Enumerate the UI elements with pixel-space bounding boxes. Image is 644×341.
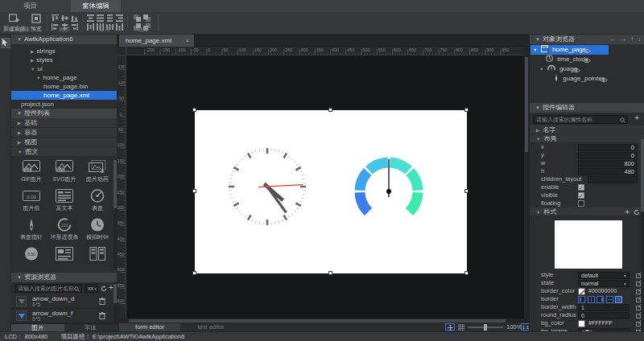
border-color-swatch[interactable] <box>578 288 585 295</box>
widget-rich-text[interactable]: 富文本 <box>47 189 81 212</box>
add-resource-button[interactable]: + <box>109 283 114 292</box>
send-back-icon[interactable] <box>143 14 151 22</box>
prop-y-input[interactable]: 0 <box>578 152 638 159</box>
distribute-v3-icon[interactable] <box>106 14 114 22</box>
resize-handle[interactable] <box>192 271 196 275</box>
prop-children-layout-input[interactable] <box>588 176 638 183</box>
section-layout[interactable]: ▼布局 <box>530 134 644 143</box>
distribute-v2-icon[interactable] <box>97 14 104 22</box>
resize-handle[interactable] <box>328 271 332 275</box>
zoom-slider-thumb[interactable] <box>484 324 487 331</box>
object-node-time-clock[interactable]: time_clock <box>530 55 644 64</box>
resource-item-arrow-down-f[interactable]: arrow_down_f 6*5 <box>11 309 117 323</box>
bring-front-icon[interactable] <box>134 14 141 22</box>
tree-item-home-page[interactable]: ▼home_page <box>11 73 117 82</box>
select-tool-button[interactable] <box>1 38 10 48</box>
resource-search-input[interactable]: 请输入搜索的图片名称 <box>14 284 82 293</box>
align-vcenter-icon[interactable] <box>61 14 68 22</box>
widget-editor-header[interactable]: ▼控件编辑器 <box>530 103 644 113</box>
widget-progress-circle[interactable]: 123 环形进度条 <box>47 218 81 241</box>
menu-tab-form-edit[interactable]: 窗体编辑 <box>71 0 121 12</box>
style-select[interactable]: default▼ <box>578 272 630 279</box>
border-all-toggle[interactable] <box>615 296 622 303</box>
border-right-toggle[interactable] <box>597 296 604 303</box>
nav-left-icon[interactable]: ← <box>609 35 616 43</box>
resize-handle[interactable] <box>192 108 196 112</box>
object-node-guage-pointer[interactable]: guage_pointer <box>530 74 644 84</box>
widget-digital-clock[interactable]: 8:30 <box>14 247 48 261</box>
add-style-button[interactable]: + <box>625 207 630 216</box>
resize-handle[interactable] <box>464 108 469 112</box>
resource-filter-select[interactable]: xx▾ <box>85 284 98 293</box>
widget-analog-clock[interactable]: 模拟时钟 <box>80 218 114 241</box>
nav-right-icon[interactable]: → <box>620 35 626 43</box>
visible-checkbox[interactable]: ✓ <box>578 192 584 199</box>
tab-text-editor[interactable]: text editor <box>180 323 242 331</box>
resize-handle[interactable] <box>328 108 332 112</box>
eye-icon[interactable] <box>572 68 580 73</box>
widget-gif-image[interactable]: GIF GIF图片 <box>14 160 48 183</box>
resize-handle[interactable] <box>192 189 196 193</box>
category-image-text[interactable]: ▼图文 <box>11 147 117 157</box>
distribute-v4-icon[interactable] <box>116 14 123 22</box>
add-property-button[interactable]: + <box>634 113 639 122</box>
widget-svg-image[interactable]: SVG SVG图片 <box>47 160 81 183</box>
gauge-widget[interactable] <box>345 147 433 236</box>
tree-item-home-page-xml[interactable]: home_page.xml <box>11 91 117 100</box>
document-tab-home-page-xml[interactable]: home_page.xml× <box>119 35 194 47</box>
tree-item-home-page-bin[interactable]: home_page.bin <box>11 82 117 91</box>
prop-w-input[interactable]: 800 <box>578 160 638 167</box>
widget-image-animation[interactable]: 图片动画 <box>80 160 114 183</box>
object-node-home-page[interactable]: ▼ home_page <box>530 45 644 55</box>
move-tool-icon[interactable] <box>445 323 455 331</box>
widget-list-view[interactable] <box>80 247 114 261</box>
widget-image-value[interactable]: 0.00 图片值 <box>14 189 48 212</box>
tree-item-project-json[interactable]: project.json <box>11 100 117 109</box>
nav-down-icon[interactable]: ↓ <box>638 35 641 43</box>
border-width-input[interactable]: 1 <box>578 304 630 311</box>
refresh-icon[interactable] <box>634 209 640 216</box>
object-node-guage[interactable]: ▼ guage <box>530 64 644 74</box>
category-view[interactable]: ▶视图 <box>11 138 117 147</box>
distribute-v1-icon[interactable] <box>87 14 94 22</box>
eye-icon[interactable] <box>583 48 591 54</box>
prop-h-input[interactable]: 480 <box>578 168 638 175</box>
close-icon[interactable]: × <box>185 35 189 47</box>
delete-icon[interactable] <box>99 298 105 305</box>
border-horizontal-toggle[interactable] <box>606 296 613 303</box>
state-select[interactable]: normal▼ <box>578 280 630 287</box>
section-style[interactable]: ▼样式 + <box>530 207 644 216</box>
widget-list-header[interactable]: ▼控件列表 <box>11 109 117 118</box>
align-bottom-icon[interactable] <box>71 14 78 22</box>
design-page-home-page[interactable] <box>195 110 467 273</box>
resource-browser-header[interactable]: ▼资源浏览器 <box>11 273 117 282</box>
nav-up-icon[interactable]: ↑ <box>630 35 634 43</box>
floating-checkbox[interactable] <box>578 200 584 207</box>
eye-icon[interactable] <box>600 77 608 83</box>
category-basic[interactable]: ▶基础 <box>11 118 117 128</box>
resize-handle[interactable] <box>464 189 469 193</box>
property-search-input[interactable]: 请输入搜索的属性名称 <box>533 115 628 124</box>
menu-tab-project[interactable]: 项目 <box>8 0 52 12</box>
section-name[interactable]: ▶名字 <box>530 125 644 134</box>
widget-gauge-pointer[interactable]: 表盘指针 <box>14 218 48 241</box>
category-container[interactable]: ▶容器 <box>11 128 117 138</box>
tab-fonts[interactable]: 字体 <box>64 323 118 331</box>
tab-form-editor[interactable]: form editor <box>119 323 180 331</box>
tree-item-strings[interactable]: ▶strings <box>11 47 117 55</box>
round-radius-input[interactable]: 0 <box>578 312 630 319</box>
align-top-icon[interactable] <box>52 14 59 22</box>
border-left-toggle[interactable] <box>578 296 585 303</box>
tab-images[interactable]: 图片 <box>11 323 64 331</box>
prop-x-input[interactable]: 0 <box>578 144 638 151</box>
widget-text-frame[interactable] <box>47 247 81 261</box>
resize-handle[interactable] <box>464 271 469 275</box>
time-clock-widget[interactable] <box>223 142 312 231</box>
design-viewport[interactable] <box>126 55 524 318</box>
delete-icon[interactable] <box>99 312 105 319</box>
tree-item-ui[interactable]: ▼ui <box>11 64 117 73</box>
project-root-row[interactable]: ▼AwtkApplication6 <box>11 35 117 44</box>
refresh-icon[interactable] <box>101 286 107 292</box>
tree-item-styles[interactable]: ▶styles <box>11 55 117 64</box>
resource-item-arrow-down-d[interactable]: arrow_down_d 6*5 <box>11 294 117 309</box>
